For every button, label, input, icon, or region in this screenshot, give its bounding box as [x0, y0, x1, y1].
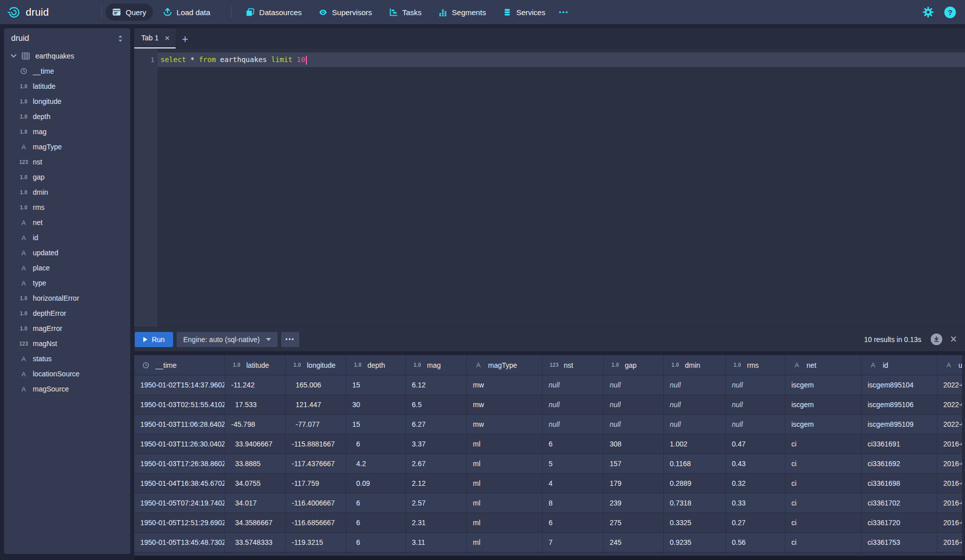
- sidebar-column-id[interactable]: Aid: [4, 230, 130, 245]
- sidebar-column-updated[interactable]: Aupdated: [4, 245, 130, 260]
- table-cell[interactable]: 1950-01-03T11:06:28.640Z: [134, 415, 225, 434]
- column-header-latitude[interactable]: 1.0latitude: [225, 355, 286, 375]
- column-header-depth[interactable]: 1.0depth: [346, 355, 406, 375]
- table-cell[interactable]: -116.4006667: [286, 493, 346, 513]
- table-cell[interactable]: 4: [543, 474, 604, 493]
- table-cell[interactable]: 179: [604, 474, 664, 493]
- table-cell[interactable]: 3.37: [406, 434, 467, 454]
- table-cell[interactable]: iscgem895106: [862, 395, 937, 414]
- column-header-magtype[interactable]: AmagType: [467, 355, 543, 375]
- table-cell[interactable]: 2016-0: [937, 454, 965, 473]
- sidebar-column-dmin[interactable]: 1.0dmin: [4, 185, 130, 200]
- sidebar-column-locationsource[interactable]: AlocationSource: [4, 366, 130, 381]
- table-cell[interactable]: 2016-0: [937, 474, 965, 493]
- table-cell[interactable]: 0.7318: [664, 493, 726, 513]
- table-cell[interactable]: 0.9235: [664, 533, 726, 552]
- schema-selector[interactable]: druid: [4, 28, 130, 48]
- sidebar-column-magsource[interactable]: AmagSource: [4, 381, 130, 397]
- sidebar-column-place[interactable]: Aplace: [4, 260, 130, 275]
- table-cell[interactable]: -45.798: [225, 415, 286, 434]
- nav-item-segments[interactable]: Segments: [432, 4, 493, 21]
- table-cell[interactable]: -115.8881667: [286, 434, 346, 454]
- sidebar-column-net[interactable]: Anet: [4, 215, 130, 230]
- table-cell[interactable]: 0.33: [726, 493, 785, 513]
- table-cell[interactable]: 1950-01-05T07:24:19.740Z: [134, 493, 225, 513]
- table-cell[interactable]: ci: [785, 454, 862, 473]
- table-cell[interactable]: 1950-01-03T17:26:38.860Z: [134, 454, 225, 473]
- table-cell[interactable]: ci: [785, 474, 862, 493]
- sidebar-column-rms[interactable]: 1.0rms: [4, 200, 130, 215]
- table-cell[interactable]: 6: [346, 493, 406, 513]
- table-cell[interactable]: null: [543, 395, 604, 414]
- table-cell[interactable]: ci3361753: [862, 533, 937, 552]
- table-cell[interactable]: -119.3215: [286, 533, 346, 552]
- table-cell[interactable]: 2.67: [406, 454, 467, 473]
- sidebar-column-magerror[interactable]: 1.0magError: [4, 321, 130, 336]
- sidebar-column-mag[interactable]: 1.0mag: [4, 124, 130, 139]
- table-cell[interactable]: 6: [543, 513, 604, 532]
- table-cell[interactable]: 2022-0: [937, 375, 965, 395]
- table-cell[interactable]: 34.3586667: [225, 513, 286, 532]
- sidebar-column-horizontalerror[interactable]: 1.0horizontalError: [4, 291, 130, 306]
- table-cell[interactable]: 2.57: [406, 493, 467, 513]
- sidebar-column-time[interactable]: __time: [4, 64, 130, 79]
- table-cell[interactable]: 6: [346, 533, 406, 552]
- table-cell[interactable]: 6.27: [406, 415, 467, 434]
- table-cell[interactable]: null: [726, 395, 785, 414]
- table-cell[interactable]: 1950-01-04T16:38:45.670Z: [134, 474, 225, 493]
- table-cell[interactable]: null: [604, 415, 664, 434]
- table-cell[interactable]: ci: [785, 513, 862, 532]
- table-cell[interactable]: 33.9406667: [225, 434, 286, 454]
- help-icon[interactable]: ?: [944, 7, 956, 18]
- table-cell[interactable]: ci3361702: [862, 493, 937, 513]
- table-cell[interactable]: 2016-0: [937, 493, 965, 513]
- nav-item-tasks[interactable]: Tasks: [382, 4, 428, 21]
- table-cell[interactable]: ml: [467, 474, 543, 493]
- table-cell[interactable]: 0.47: [726, 434, 785, 454]
- table-cell[interactable]: 30: [346, 395, 406, 414]
- nav-item-query[interactable]: Query: [105, 4, 153, 21]
- run-button[interactable]: Run: [135, 332, 173, 347]
- sidebar-column-gap[interactable]: 1.0gap: [4, 170, 130, 185]
- table-cell[interactable]: ci: [785, 434, 862, 454]
- sidebar-column-magtype[interactable]: AmagType: [4, 139, 130, 154]
- sidebar-column-deptherror[interactable]: 1.0depthError: [4, 306, 130, 321]
- table-cell[interactable]: mw: [467, 415, 543, 434]
- column-header-net[interactable]: Anet: [785, 355, 862, 375]
- sidebar-column-magnst[interactable]: 123magNst: [4, 336, 130, 351]
- table-cell[interactable]: 6.5: [406, 395, 467, 414]
- sidebar-column-longitude[interactable]: 1.0longitude: [4, 94, 130, 109]
- table-cell[interactable]: 1950-01-05T13:45:48.730Z: [134, 533, 225, 552]
- table-cell[interactable]: -77.077: [286, 415, 346, 434]
- table-cell[interactable]: null: [664, 415, 726, 434]
- table-cell[interactable]: 275: [604, 513, 664, 532]
- table-cell[interactable]: mw: [467, 395, 543, 414]
- table-cell[interactable]: null: [726, 375, 785, 395]
- sidebar-column-nst[interactable]: 123nst: [4, 154, 130, 170]
- table-cell[interactable]: 0.43: [726, 454, 785, 473]
- table-cell[interactable]: 0.27: [726, 513, 785, 532]
- table-cell[interactable]: 0.56: [726, 533, 785, 552]
- table-cell[interactable]: 34.017: [225, 493, 286, 513]
- nav-item-services[interactable]: Services: [496, 4, 552, 21]
- tab-1[interactable]: Tab 1 ×: [134, 28, 176, 48]
- table-cell[interactable]: null: [543, 415, 604, 434]
- table-cell[interactable]: 1.002: [664, 434, 726, 454]
- table-cell[interactable]: 308: [604, 434, 664, 454]
- sidebar-column-depth[interactable]: 1.0depth: [4, 109, 130, 124]
- horizontal-scrollbar[interactable]: [134, 556, 965, 560]
- table-cell[interactable]: 1950-01-02T15:14:37.960Z: [134, 375, 225, 395]
- column-header-longitude[interactable]: 1.0longitude: [286, 355, 346, 375]
- table-cell[interactable]: ml: [467, 493, 543, 513]
- table-cell[interactable]: null: [604, 395, 664, 414]
- close-icon[interactable]: ×: [165, 34, 170, 42]
- table-cell[interactable]: ci3361691: [862, 434, 937, 454]
- table-cell[interactable]: 6: [346, 434, 406, 454]
- table-cell[interactable]: 17.533: [225, 395, 286, 414]
- table-cell[interactable]: 2016-0: [937, 434, 965, 454]
- column-header-updated[interactable]: Aupdated: [937, 355, 965, 375]
- table-cell[interactable]: 2.12: [406, 474, 467, 493]
- table-cell[interactable]: iscgem895104: [862, 375, 937, 395]
- vertical-scrollbar[interactable]: [962, 355, 965, 556]
- table-cell[interactable]: 0.2889: [664, 474, 726, 493]
